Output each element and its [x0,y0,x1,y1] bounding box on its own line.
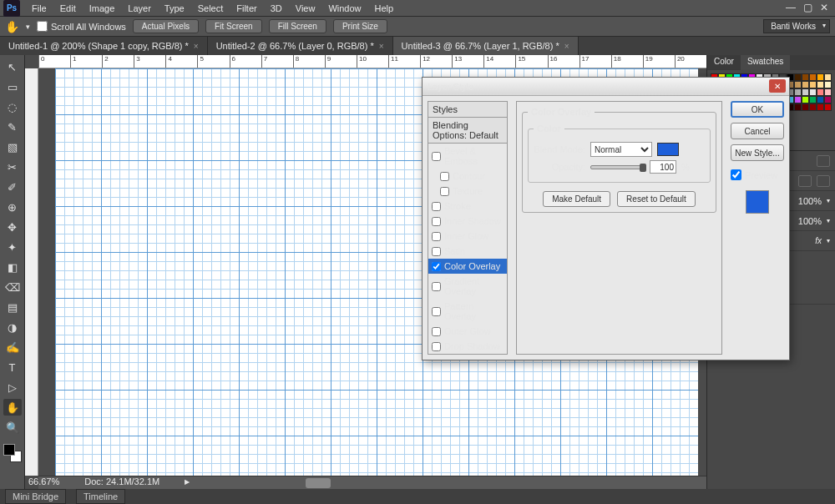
opacity-input[interactable] [650,160,676,174]
fit-screen-button[interactable]: Fit Screen [205,19,262,33]
make-default-button[interactable]: Make Default [543,191,610,207]
color-swatch[interactable] [802,96,809,103]
style-item-outer-glow[interactable]: Outer Glow [428,324,507,339]
close-tab-icon[interactable]: × [564,42,569,51]
menu-image[interactable]: Image [83,1,122,16]
foreground-background-swatch[interactable] [3,444,22,462]
tool-button[interactable]: ▧ [3,139,22,155]
cancel-button[interactable]: Cancel [731,123,784,139]
tool-button[interactable]: ✋ [3,399,22,416]
style-checkbox[interactable] [432,152,441,161]
style-item-texture[interactable]: Texture [428,184,507,199]
tool-button[interactable]: T [3,359,22,375]
style-item-gradient-overlay[interactable]: Gradient Overlay [428,274,507,299]
color-swatch[interactable] [794,88,802,96]
fx-icon[interactable]: fx [815,236,822,245]
tool-button[interactable]: ▷ [3,379,22,396]
color-swatch[interactable] [809,73,817,81]
style-checkbox[interactable] [432,202,441,211]
style-item-color-overlay[interactable]: Color Overlay [428,259,507,274]
color-swatch[interactable] [817,73,824,81]
dialog-titlebar[interactable]: Layer Style ✕ [423,78,789,96]
opacity-value[interactable]: 100% [798,196,822,206]
color-swatch[interactable] [794,96,802,103]
overlay-color-swatch[interactable] [657,143,679,156]
style-item-pattern-overlay[interactable]: Pattern Overlay [428,299,507,324]
doc-info-arrow-icon[interactable]: ▶ [185,478,190,486]
tool-button[interactable]: ◌ [3,98,22,115]
fill-screen-button[interactable]: Fill Screen [269,19,326,33]
color-swatch[interactable] [824,73,832,81]
style-item-satin[interactable]: Satin [428,244,507,259]
style-checkbox[interactable] [432,282,441,291]
preview-checkbox[interactable]: Preview [731,169,784,180]
tool-button[interactable]: ◑ [3,319,22,335]
tool-button[interactable]: ✂ [3,159,22,175]
color-swatch[interactable] [824,103,832,111]
style-item-stroke[interactable]: Stroke [428,199,507,214]
menu-select[interactable]: Select [191,1,230,16]
color-swatch[interactable] [809,96,817,103]
color-swatch[interactable] [824,88,832,96]
menu-help[interactable]: Help [368,1,401,16]
panel-icon[interactable] [817,175,830,187]
menu-type[interactable]: Type [158,1,191,16]
reset-default-button[interactable]: Reset to Default [617,191,696,207]
color-swatch[interactable] [794,103,802,111]
close-button[interactable]: ✕ [817,2,832,13]
zoom-level[interactable]: 66.67% [28,476,59,486]
color-swatch[interactable] [817,96,824,103]
style-checkbox[interactable] [432,217,441,226]
blend-mode-select[interactable]: Normal [590,142,652,157]
menu-layer[interactable]: Layer [121,1,158,16]
style-checkbox[interactable] [432,307,441,316]
color-swatch[interactable] [809,88,817,96]
tool-button[interactable]: ✐ [3,179,22,195]
style-item-contour[interactable]: Contour [428,169,507,184]
style-checkbox[interactable] [432,342,441,351]
color-swatch[interactable] [794,73,802,81]
color-swatch[interactable] [802,81,809,88]
menu-view[interactable]: View [289,1,322,16]
document-tab[interactable]: Untitled-1 @ 200% (Shape 1 copy, RGB/8) … [0,37,208,55]
style-checkbox[interactable] [440,172,449,181]
blending-options-item[interactable]: Blending Options: Default [428,118,507,144]
new-style-button[interactable]: New Style... [731,144,784,161]
tool-button[interactable]: ✍ [3,339,22,355]
color-swatch[interactable] [809,81,817,88]
panel-icon[interactable] [798,175,812,187]
style-checkbox[interactable] [432,247,441,256]
style-item-drop-shadow[interactable]: Drop Shadow [428,339,507,354]
tool-button[interactable]: ↖ [3,58,22,75]
document-tab[interactable]: Untitled-3 @ 66.7% (Layer 1, RGB/8) *× [393,37,579,55]
tool-preset-dropdown[interactable]: ▾ [26,23,30,31]
tool-button[interactable]: ✥ [3,219,22,235]
color-swatch[interactable] [794,81,802,88]
color-swatch[interactable] [802,103,809,111]
color-swatch[interactable] [802,88,809,96]
print-size-button[interactable]: Print Size [333,19,387,33]
tool-button[interactable]: ⊕ [3,199,22,215]
close-tab-icon[interactable]: × [194,42,199,51]
close-tab-icon[interactable]: × [379,42,384,51]
timeline-tab[interactable]: Timeline [76,489,125,504]
color-swatch[interactable] [817,81,824,88]
panel-icon[interactable] [817,155,830,167]
workspace-selector[interactable]: Banti Works [763,19,830,33]
menu-window[interactable]: Window [321,1,367,16]
style-checkbox[interactable] [440,187,449,196]
style-checkbox[interactable] [432,327,441,336]
ok-button[interactable]: OK [731,101,784,118]
tool-button[interactable]: ✦ [3,239,22,255]
style-item-inner-shadow[interactable]: Inner Shadow [428,214,507,229]
menu-edit[interactable]: Edit [53,1,83,16]
tool-button[interactable]: ⌫ [3,279,22,295]
mini-bridge-tab[interactable]: Mini Bridge [5,489,66,504]
menu-filter[interactable]: Filter [230,1,263,16]
document-tab[interactable]: Untitled-2 @ 66.7% (Layer 0, RGB/8) *× [208,37,393,55]
actual-pixels-button[interactable]: Actual Pixels [133,19,199,33]
maximize-button[interactable]: ▢ [800,2,815,13]
menu-file[interactable]: File [25,1,53,16]
fill-value[interactable]: 100% [798,216,822,226]
tool-button[interactable]: ▤ [3,299,22,315]
